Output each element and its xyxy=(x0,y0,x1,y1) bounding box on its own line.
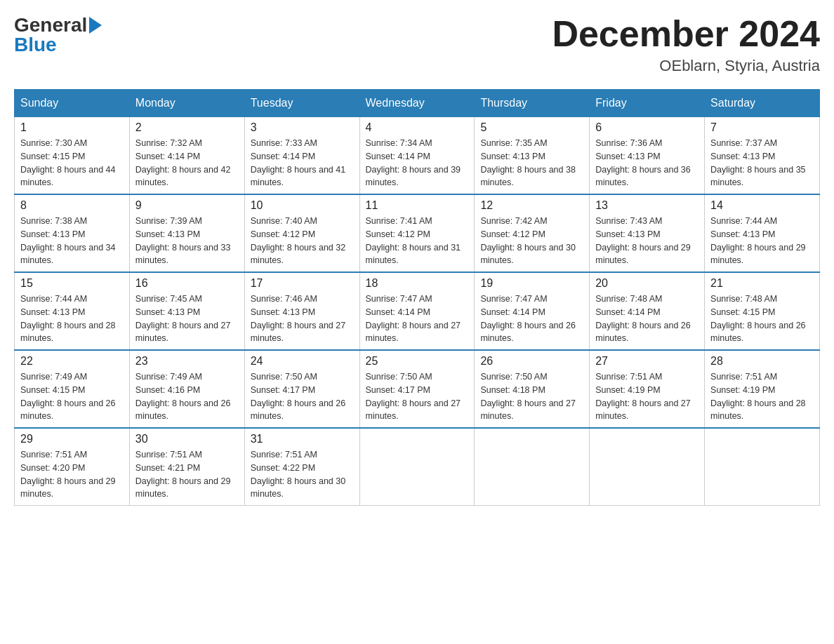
calendar-header-wednesday: Wednesday xyxy=(359,90,475,117)
calendar-cell: 12 Sunrise: 7:42 AM Sunset: 4:12 PM Dayl… xyxy=(475,194,590,272)
calendar-cell xyxy=(705,428,820,506)
day-number: 7 xyxy=(710,121,814,134)
day-number: 15 xyxy=(20,277,124,290)
calendar-cell xyxy=(475,428,590,506)
day-info: Sunrise: 7:32 AM Sunset: 4:14 PM Dayligh… xyxy=(135,137,239,189)
day-info: Sunrise: 7:36 AM Sunset: 4:13 PM Dayligh… xyxy=(595,137,699,189)
calendar-cell: 13 Sunrise: 7:43 AM Sunset: 4:13 PM Dayl… xyxy=(590,194,705,272)
day-info: Sunrise: 7:47 AM Sunset: 4:14 PM Dayligh… xyxy=(480,293,583,345)
calendar-cell: 6 Sunrise: 7:36 AM Sunset: 4:13 PM Dayli… xyxy=(590,117,705,195)
calendar-cell: 27 Sunrise: 7:51 AM Sunset: 4:19 PM Dayl… xyxy=(590,350,705,428)
day-number: 9 xyxy=(135,199,239,212)
logo-triangle-icon xyxy=(89,17,102,34)
calendar-cell: 5 Sunrise: 7:35 AM Sunset: 4:13 PM Dayli… xyxy=(475,117,590,195)
day-number: 4 xyxy=(366,121,469,134)
calendar-week-row: 15 Sunrise: 7:44 AM Sunset: 4:13 PM Dayl… xyxy=(15,272,820,350)
day-info: Sunrise: 7:49 AM Sunset: 4:16 PM Dayligh… xyxy=(135,370,239,423)
calendar-cell: 10 Sunrise: 7:40 AM Sunset: 4:12 PM Dayl… xyxy=(244,194,359,272)
day-info: Sunrise: 7:50 AM Sunset: 4:17 PM Dayligh… xyxy=(251,370,354,423)
calendar-cell: 3 Sunrise: 7:33 AM Sunset: 4:14 PM Dayli… xyxy=(244,117,359,195)
day-number: 20 xyxy=(595,277,699,290)
day-number: 11 xyxy=(366,199,469,212)
calendar-cell: 9 Sunrise: 7:39 AM Sunset: 4:13 PM Dayli… xyxy=(129,194,244,272)
day-number: 16 xyxy=(135,277,239,290)
calendar-header-monday: Monday xyxy=(129,90,244,117)
day-info: Sunrise: 7:45 AM Sunset: 4:13 PM Dayligh… xyxy=(135,293,239,345)
logo-blue-text: Blue xyxy=(14,34,57,56)
calendar-header-friday: Friday xyxy=(590,90,705,117)
calendar-cell: 29 Sunrise: 7:51 AM Sunset: 4:20 PM Dayl… xyxy=(15,428,130,506)
calendar-cell: 2 Sunrise: 7:32 AM Sunset: 4:14 PM Dayli… xyxy=(129,117,244,195)
calendar-cell: 20 Sunrise: 7:48 AM Sunset: 4:14 PM Dayl… xyxy=(590,272,705,350)
day-number: 29 xyxy=(20,433,124,445)
calendar-cell: 23 Sunrise: 7:49 AM Sunset: 4:16 PM Dayl… xyxy=(129,350,244,428)
calendar-week-row: 29 Sunrise: 7:51 AM Sunset: 4:20 PM Dayl… xyxy=(15,428,820,506)
calendar-cell: 15 Sunrise: 7:44 AM Sunset: 4:13 PM Dayl… xyxy=(15,272,130,350)
calendar-week-row: 22 Sunrise: 7:49 AM Sunset: 4:15 PM Dayl… xyxy=(15,350,820,428)
calendar-cell: 24 Sunrise: 7:50 AM Sunset: 4:17 PM Dayl… xyxy=(244,350,359,428)
day-number: 21 xyxy=(710,277,814,290)
day-info: Sunrise: 7:51 AM Sunset: 4:20 PM Dayligh… xyxy=(20,448,124,501)
calendar-week-row: 1 Sunrise: 7:30 AM Sunset: 4:15 PM Dayli… xyxy=(15,117,820,195)
day-number: 5 xyxy=(480,121,583,134)
calendar-cell: 28 Sunrise: 7:51 AM Sunset: 4:19 PM Dayl… xyxy=(705,350,820,428)
calendar-cell: 17 Sunrise: 7:46 AM Sunset: 4:13 PM Dayl… xyxy=(244,272,359,350)
day-info: Sunrise: 7:38 AM Sunset: 4:13 PM Dayligh… xyxy=(20,215,124,267)
day-number: 14 xyxy=(710,199,814,212)
calendar-cell: 26 Sunrise: 7:50 AM Sunset: 4:18 PM Dayl… xyxy=(475,350,590,428)
calendar-cell: 4 Sunrise: 7:34 AM Sunset: 4:14 PM Dayli… xyxy=(359,117,475,195)
calendar-cell: 21 Sunrise: 7:48 AM Sunset: 4:15 PM Dayl… xyxy=(705,272,820,350)
day-number: 22 xyxy=(20,355,124,368)
day-number: 18 xyxy=(366,277,469,290)
calendar-header-saturday: Saturday xyxy=(705,90,820,117)
calendar-cell: 14 Sunrise: 7:44 AM Sunset: 4:13 PM Dayl… xyxy=(705,194,820,272)
day-info: Sunrise: 7:30 AM Sunset: 4:15 PM Dayligh… xyxy=(20,137,124,189)
day-number: 17 xyxy=(251,277,354,290)
month-title: December 2024 xyxy=(552,14,820,54)
day-info: Sunrise: 7:48 AM Sunset: 4:15 PM Dayligh… xyxy=(710,293,814,345)
calendar-cell: 7 Sunrise: 7:37 AM Sunset: 4:13 PM Dayli… xyxy=(705,117,820,195)
calendar-header-thursday: Thursday xyxy=(475,90,590,117)
day-info: Sunrise: 7:46 AM Sunset: 4:13 PM Dayligh… xyxy=(251,293,354,345)
calendar-cell: 11 Sunrise: 7:41 AM Sunset: 4:12 PM Dayl… xyxy=(359,194,475,272)
day-number: 10 xyxy=(251,199,354,212)
calendar-cell: 19 Sunrise: 7:47 AM Sunset: 4:14 PM Dayl… xyxy=(475,272,590,350)
calendar-header-row: SundayMondayTuesdayWednesdayThursdayFrid… xyxy=(15,90,820,117)
calendar-header-sunday: Sunday xyxy=(15,90,130,117)
title-section: December 2024 OEblarn, Styria, Austria xyxy=(552,14,820,75)
day-number: 31 xyxy=(251,433,354,445)
day-info: Sunrise: 7:51 AM Sunset: 4:22 PM Dayligh… xyxy=(251,448,354,501)
day-number: 30 xyxy=(135,433,239,445)
day-info: Sunrise: 7:50 AM Sunset: 4:18 PM Dayligh… xyxy=(480,370,583,423)
day-info: Sunrise: 7:43 AM Sunset: 4:13 PM Dayligh… xyxy=(595,215,699,267)
day-number: 24 xyxy=(251,355,354,368)
calendar-cell xyxy=(359,428,475,506)
calendar-cell: 8 Sunrise: 7:38 AM Sunset: 4:13 PM Dayli… xyxy=(15,194,130,272)
day-number: 1 xyxy=(20,121,124,134)
day-info: Sunrise: 7:40 AM Sunset: 4:12 PM Dayligh… xyxy=(251,215,354,267)
calendar-table: SundayMondayTuesdayWednesdayThursdayFrid… xyxy=(14,89,820,506)
day-info: Sunrise: 7:49 AM Sunset: 4:15 PM Dayligh… xyxy=(20,370,124,423)
day-info: Sunrise: 7:37 AM Sunset: 4:13 PM Dayligh… xyxy=(710,137,814,189)
logo: General Blue xyxy=(14,14,102,56)
day-info: Sunrise: 7:42 AM Sunset: 4:12 PM Dayligh… xyxy=(480,215,583,267)
calendar-cell: 31 Sunrise: 7:51 AM Sunset: 4:22 PM Dayl… xyxy=(244,428,359,506)
day-info: Sunrise: 7:33 AM Sunset: 4:14 PM Dayligh… xyxy=(251,137,354,189)
day-number: 19 xyxy=(480,277,583,290)
day-number: 23 xyxy=(135,355,239,368)
day-info: Sunrise: 7:51 AM Sunset: 4:19 PM Dayligh… xyxy=(710,370,814,423)
day-info: Sunrise: 7:44 AM Sunset: 4:13 PM Dayligh… xyxy=(20,293,124,345)
day-info: Sunrise: 7:35 AM Sunset: 4:13 PM Dayligh… xyxy=(480,137,583,189)
day-info: Sunrise: 7:44 AM Sunset: 4:13 PM Dayligh… xyxy=(710,215,814,267)
page-header: General Blue December 2024 OEblarn, Styr… xyxy=(14,14,820,75)
day-number: 13 xyxy=(595,199,699,212)
day-number: 6 xyxy=(595,121,699,134)
day-info: Sunrise: 7:34 AM Sunset: 4:14 PM Dayligh… xyxy=(366,137,469,189)
day-number: 2 xyxy=(135,121,239,134)
calendar-cell: 30 Sunrise: 7:51 AM Sunset: 4:21 PM Dayl… xyxy=(129,428,244,506)
day-info: Sunrise: 7:48 AM Sunset: 4:14 PM Dayligh… xyxy=(595,293,699,345)
calendar-cell: 16 Sunrise: 7:45 AM Sunset: 4:13 PM Dayl… xyxy=(129,272,244,350)
day-info: Sunrise: 7:50 AM Sunset: 4:17 PM Dayligh… xyxy=(366,370,469,423)
location-text: OEblarn, Styria, Austria xyxy=(552,57,820,75)
calendar-cell xyxy=(590,428,705,506)
